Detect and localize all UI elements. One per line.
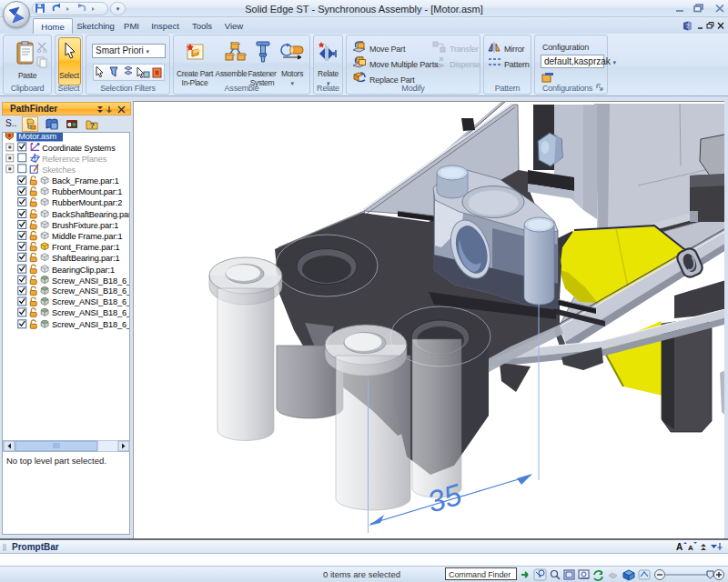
- svg-text:Screw_ANSI_B18_6_7M: Screw_ANSI_B18_6_7M: [52, 320, 129, 329]
- svg-text:BearingClip.par:1: BearingClip.par:1: [52, 266, 115, 275]
- svg-text:RubberMount.par:1: RubberMount.par:1: [52, 187, 122, 196]
- svg-text:Screw_ANSI_B18_6_7M: Screw_ANSI_B18_6_7M: [52, 286, 129, 296]
- svg-text:BackShaftBearing.par:1: BackShaftBearing.par:1: [52, 210, 129, 219]
- svg-text:Screw_ANSI_B18_6_7M: Screw_ANSI_B18_6_7M: [52, 308, 129, 317]
- svg-text:Middle Frame.par:1: Middle Frame.par:1: [52, 232, 122, 241]
- svg-text:ShaftBearing.par:1: ShaftBearing.par:1: [52, 254, 119, 263]
- svg-text:BrushFixture.par:1: BrushFixture.par:1: [52, 221, 118, 230]
- svg-text:RubberMount.par:2: RubberMount.par:2: [52, 198, 122, 207]
- svg-text:?: ?: [685, 23, 689, 29]
- svg-text:Sketches: Sketches: [42, 166, 76, 175]
- svg-text:Coordinate Systems: Coordinate Systems: [42, 144, 116, 153]
- svg-text:A: A: [676, 542, 682, 552]
- svg-text:Front_Frame.par:1: Front_Frame.par:1: [52, 243, 119, 252]
- svg-text:Motor.asm: Motor.asm: [18, 133, 56, 141]
- svg-text:Reference Planes: Reference Planes: [42, 155, 107, 164]
- svg-text:?: ?: [90, 121, 96, 130]
- svg-text:Screw_ANSI_B18_6_7M: Screw_ANSI_B18_6_7M: [52, 297, 129, 306]
- svg-text:Back_Frame.par:1: Back_Frame.par:1: [52, 176, 119, 186]
- svg-text:Screw_ANSI_B18_6_7M: Screw_ANSI_B18_6_7M: [52, 276, 129, 286]
- svg-text:A: A: [688, 544, 693, 552]
